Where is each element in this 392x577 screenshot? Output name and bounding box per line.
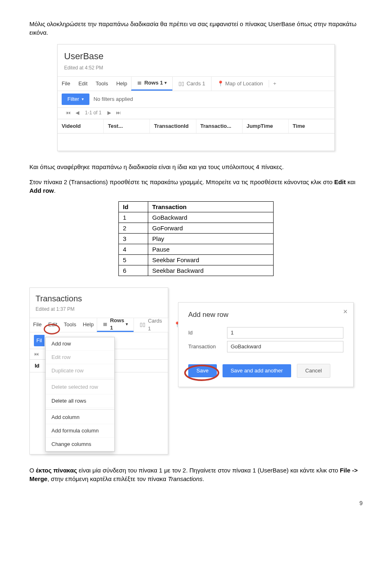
filter-btn-partial[interactable]: Fil xyxy=(34,335,45,346)
filter-button[interactable]: Filter ▾ xyxy=(62,94,89,105)
menu-file[interactable]: File xyxy=(30,321,45,328)
add-tab-button[interactable]: + xyxy=(269,80,281,87)
dropdown-duplicate-row[interactable]: Duplicate row xyxy=(46,364,114,378)
menubar: File Edit Tools Help ≣ Rows 1 ▾ ▯▯ Cards… xyxy=(30,318,168,332)
dialog-title: Add new row xyxy=(188,310,343,320)
cancel-button[interactable]: Cancel xyxy=(297,364,330,378)
caret-down-icon: ▾ xyxy=(82,96,84,102)
dropdown-change-columns[interactable]: Change columns xyxy=(46,438,114,451)
cell-tx: Seekbar Forward xyxy=(148,254,273,265)
dropdown-add-row[interactable]: Add row xyxy=(46,337,114,351)
outro-paragraph: Ο έκτος πίνακας είναι μία σύνδεση του πί… xyxy=(29,466,363,483)
cell-tx: GoForward xyxy=(148,223,273,233)
dialog-buttons: Save Save and add another Cancel xyxy=(188,364,343,378)
form-row-transaction: Transaction GoBackward xyxy=(188,341,343,352)
rows-icon: ≣ xyxy=(103,321,107,328)
cell-tx: Play xyxy=(148,233,273,244)
table-row: 6Seekbar Backward xyxy=(119,265,274,276)
th-transaction: Transaction xyxy=(148,201,273,212)
cell-tx: Pause xyxy=(148,244,273,254)
mid-text-edit: Edit xyxy=(334,178,345,185)
outro-e: , στην επόμενη καρτέλα επιλέξτε τον πίνα… xyxy=(47,475,168,482)
table-row: 5Seekbar Forward xyxy=(119,254,274,265)
prev-page-icon[interactable]: ◀ xyxy=(73,109,82,116)
col-test[interactable]: Test... xyxy=(104,119,150,133)
tab-cards-label: Cards 1 xyxy=(187,80,205,87)
app-title: Transactions xyxy=(30,288,168,306)
save-add-another-button[interactable]: Save and add another xyxy=(223,364,291,377)
table-row: 2GoForward xyxy=(119,223,274,233)
tab-rows[interactable]: ≣ Rows 1 ▾ xyxy=(131,77,172,91)
mid-paragraph-2: Στον πίνακα 2 (Transactions) προσθέστε τ… xyxy=(29,178,363,195)
dropdown-add-formula-column[interactable]: Add formula column xyxy=(46,424,114,438)
tab-cards[interactable]: ▯▯ Cards 1 xyxy=(134,318,168,332)
outro-b: έκτος πίνακας xyxy=(36,467,77,474)
menu-help[interactable]: Help xyxy=(80,321,97,328)
pin-icon: 📍 xyxy=(217,80,224,87)
table-header: VideoId Test... TransactionId Transactio… xyxy=(58,119,334,134)
col-time[interactable]: Time xyxy=(289,119,334,133)
cell-id: 3 xyxy=(119,233,148,244)
label-id: Id xyxy=(188,329,227,336)
col-transaction[interactable]: Transactio... xyxy=(196,119,243,133)
menubar: File Edit Tools Help ≣ Rows 1 ▾ ▯▯ Cards… xyxy=(58,76,334,91)
dropdown-add-column[interactable]: Add column xyxy=(46,411,114,424)
next-page-icon[interactable]: ▶ xyxy=(105,109,114,116)
tab-rows[interactable]: ≣ Rows 1 ▾ xyxy=(97,318,134,332)
tab-rows-label: Rows 1 xyxy=(110,317,124,332)
dropdown-divider xyxy=(46,409,114,410)
cards-icon: ▯▯ xyxy=(140,321,145,328)
menu-edit[interactable]: Edit xyxy=(74,80,91,87)
cell-id: 5 xyxy=(119,254,148,265)
outro-g: . xyxy=(203,475,204,482)
menu-tools[interactable]: Tools xyxy=(60,321,79,328)
edited-timestamp: Edited at 1:37 PM xyxy=(30,306,168,318)
save-button[interactable]: Save xyxy=(188,364,217,377)
label-transaction: Transaction xyxy=(188,343,227,350)
tab-rows-label: Rows 1 xyxy=(144,79,163,87)
form-row-id: Id 1 xyxy=(188,327,343,339)
dropdown-delete-all[interactable]: Delete all rows xyxy=(46,394,114,408)
tab-cards[interactable]: ▯▯ Cards 1 xyxy=(172,77,211,91)
mid-text-1: Και όπως αναφέρθηκε παραπάνω η διαδικασί… xyxy=(29,163,284,170)
tab-map-label: Map of Location xyxy=(225,80,263,87)
mid-text-addrow: Add row xyxy=(29,187,54,194)
empty-data-area xyxy=(58,134,334,151)
menu-help[interactable]: Help xyxy=(112,80,131,87)
id-transaction-table: Id Transaction 1GoBackward 2GoForward 3P… xyxy=(118,201,274,276)
edit-dropdown: Add row Edit row Duplicate row Delete se… xyxy=(45,337,115,452)
tab-cards-label: Cards 1 xyxy=(148,317,162,332)
filter-button-label: Filter xyxy=(67,96,79,103)
cell-id: 2 xyxy=(119,223,148,233)
col-videoid[interactable]: VideoId xyxy=(58,119,104,133)
input-id[interactable]: 1 xyxy=(227,327,343,339)
filter-status: No filters applied xyxy=(94,96,133,103)
first-page-icon[interactable]: ⏮ xyxy=(34,351,39,357)
input-transaction[interactable]: GoBackward xyxy=(227,341,343,352)
menu-file[interactable]: File xyxy=(58,80,74,87)
outro-c: είναι μία σύνδεση του πίνακα 1 με τον 2.… xyxy=(77,467,340,474)
first-page-icon[interactable]: ⏮ xyxy=(63,109,73,116)
close-icon[interactable]: × xyxy=(343,307,347,317)
dropdown-divider xyxy=(46,379,114,379)
col-transactionid[interactable]: TransactionId xyxy=(150,119,196,133)
menu-edit[interactable]: Edit xyxy=(45,321,60,328)
cell-id: 6 xyxy=(119,265,148,276)
app-title: UserBase xyxy=(58,45,334,65)
mid-text-2e: . xyxy=(54,187,56,194)
outro-f: Transactions xyxy=(168,475,203,482)
cell-tx: Seekbar Backward xyxy=(148,265,273,276)
tab-map[interactable]: 📍 Map of Location xyxy=(211,77,269,91)
caret-down-icon: ▾ xyxy=(126,321,128,327)
caret-down-icon: ▾ xyxy=(165,80,167,86)
mid-text-2a: Στον πίνακα 2 (Transactions) προσθέστε τ… xyxy=(29,178,334,185)
dropdown-delete-selected[interactable]: Delete selected row xyxy=(46,381,114,394)
screenshot-transactions-edit-menu: Transactions Edited at 1:37 PM File Edit… xyxy=(29,287,168,454)
menu-tools[interactable]: Tools xyxy=(91,80,112,87)
dropdown-edit-row[interactable]: Edit row xyxy=(46,351,114,364)
col-jumptime[interactable]: JumpTime xyxy=(243,119,289,133)
mid-paragraph-1: Και όπως αναφέρθηκε παραπάνω η διαδικασί… xyxy=(29,163,363,171)
last-page-icon[interactable]: ⏭ xyxy=(114,109,123,116)
page-number: 9 xyxy=(29,499,363,508)
intro-paragraph-1: Μόλις ολοκληρώσετε την παραπάνω διαδικασ… xyxy=(29,20,363,37)
